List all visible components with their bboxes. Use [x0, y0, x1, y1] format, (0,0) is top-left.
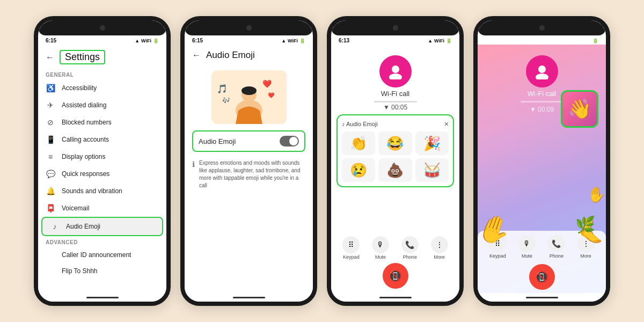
- mute-icon-4: 🎙: [518, 235, 536, 252]
- emoji-panel-close[interactable]: ×: [444, 120, 449, 128]
- emoji-laugh[interactable]: 😂: [378, 131, 412, 155]
- accessibility-icon: ♿: [46, 84, 55, 92]
- description-row: ℹ Express emotions and moods with sounds…: [185, 155, 313, 194]
- audio-emoji-toggle-row[interactable]: Audio Emoji: [192, 130, 305, 152]
- bottom-bar-1: [38, 293, 166, 302]
- audio-emoji-header: ← Audio Emoji: [185, 45, 313, 65]
- camera-4: [539, 25, 545, 31]
- audio-emoji-toggle-label: Audio Emoji: [199, 137, 236, 145]
- settings-item-caller-id[interactable]: Caller ID announcement: [38, 247, 166, 263]
- home-indicator-3: [379, 297, 412, 298]
- emoji-party[interactable]: 🎉: [415, 131, 449, 155]
- mute-button-4[interactable]: 🎙 Mute: [518, 235, 536, 259]
- camera-1: [100, 25, 105, 31]
- emoji-cry[interactable]: 😢: [342, 158, 375, 182]
- more-button-3[interactable]: ⋮ More: [431, 236, 448, 260]
- camera-3: [393, 25, 398, 31]
- phone-button-4[interactable]: 📞 Phone: [548, 235, 565, 259]
- end-call-area-4: 📵: [478, 260, 606, 293]
- call-screen-3: Wi-Fi call ▼ 00:05 ♪ Audio Emoji × 👏 😂 🎉…: [331, 45, 459, 293]
- flip-shhh-label: Flip To Shhh: [62, 267, 98, 275]
- svg-text:🎵: 🎵: [217, 84, 228, 94]
- svg-text:❤️: ❤️: [268, 92, 275, 99]
- settings-item-audio-emoji[interactable]: ♪ Audio Emoji: [41, 217, 163, 236]
- settings-item-quick-responses[interactable]: 💬 Quick responses: [38, 165, 166, 182]
- settings-item-calling-accounts[interactable]: 📱 Calling accounts: [38, 131, 166, 148]
- mute-label-4: Mute: [522, 253, 532, 259]
- status-icons-4: ▲ WiFi 🔋: [574, 38, 598, 43]
- caller-avatar-3: [379, 55, 412, 87]
- emoji-panel-header: ♪ Audio Emoji ×: [342, 120, 449, 128]
- quick-icon: 💬: [46, 170, 55, 178]
- phone-1: 6:15 ▲ WiFi 🔋 ← Settings GENERAL ♿ Acces…: [34, 16, 171, 306]
- accessibility-label: Accessibility: [62, 84, 97, 92]
- emoji-panel: ♪ Audio Emoji × 👏 😂 🎉 😢 💩 🥁: [336, 114, 454, 187]
- duration-bar-4: [521, 101, 564, 103]
- bottom-bar-4: [478, 293, 606, 302]
- notch-3: [331, 20, 459, 35]
- more-icon-3: ⋮: [431, 236, 448, 253]
- status-bar-1: 6:15 ▲ WiFi 🔋: [38, 35, 166, 45]
- notch-4: [478, 20, 606, 35]
- call-controls-4: ⠿ Keypad 🎙 Mute 📞 Phone ⋮ More: [478, 231, 606, 260]
- phone-label-3: Phone: [403, 254, 417, 260]
- voicemail-label: Voicemail: [62, 204, 89, 212]
- emoji-drum[interactable]: 🥁: [415, 158, 449, 182]
- mute-icon-3: 🎙: [372, 236, 389, 253]
- phone-3: 6:13 ▲ WiFi 🔋 Wi-Fi call ▼ 00:05 ♪ Audio…: [327, 16, 464, 306]
- time-4: 6:13: [485, 38, 496, 43]
- mute-button-3[interactable]: 🎙 Mute: [372, 236, 389, 260]
- hand-right-top: ✋: [587, 186, 606, 203]
- home-indicator-2: [233, 297, 265, 298]
- settings-item-sounds[interactable]: 🔔 Sounds and vibration: [38, 182, 166, 200]
- audio-emoji-toggle[interactable]: [280, 136, 299, 147]
- svg-point-8: [392, 65, 399, 73]
- keypad-label-3: Keypad: [343, 254, 360, 260]
- settings-item-voicemail[interactable]: 📮 Voicemail: [38, 200, 166, 217]
- emoji-poop[interactable]: 💩: [378, 158, 412, 182]
- settings-item-accessibility[interactable]: ♿ Accessibility: [38, 79, 166, 97]
- status-icons-1: ▲ WiFi 🔋: [135, 38, 159, 43]
- more-icon-4: ⋮: [577, 235, 595, 252]
- display-icon: ≡: [46, 152, 55, 161]
- description-text: Express emotions and moods with sounds l…: [199, 159, 305, 189]
- back-button-2[interactable]: ←: [192, 50, 201, 60]
- keypad-button-4[interactable]: ⠿ Keypad: [489, 235, 506, 259]
- audio-emoji-nav-label: Audio Emoji: [66, 223, 100, 230]
- more-button-4[interactable]: ⋮ More: [577, 235, 595, 259]
- illustration-image: ❤️ ❤️ 🎵 🎶: [211, 70, 287, 124]
- status-icons-2: ▲ WiFi 🔋: [281, 38, 305, 43]
- blocked-numbers-label: Blocked numbers: [62, 119, 112, 126]
- phone-label-4: Phone: [550, 253, 564, 259]
- assisted-dialing-icon: ✈: [46, 101, 55, 109]
- settings-item-blocked-numbers[interactable]: ⊘ Blocked numbers: [38, 114, 166, 131]
- call-duration-3: ▼ 00:05: [383, 104, 407, 111]
- sounds-label: Sounds and vibration: [62, 187, 122, 195]
- caller-name-3: Wi-Fi call: [381, 90, 409, 98]
- info-icon: ℹ: [192, 160, 195, 169]
- svg-text:🎶: 🎶: [222, 96, 230, 104]
- end-call-button-4[interactable]: 📵: [529, 264, 555, 290]
- advanced-section-label: ADVANCED: [38, 236, 166, 247]
- phone-button-3[interactable]: 📞 Phone: [401, 236, 419, 260]
- svg-point-3: [241, 86, 257, 95]
- phone-icon-4: 📞: [548, 235, 565, 252]
- settings-item-display-options[interactable]: ≡ Display options: [38, 148, 166, 165]
- end-call-button-3[interactable]: 📵: [383, 263, 408, 289]
- camera-2: [246, 25, 252, 31]
- emoji-grid: 👏 😂 🎉 😢 💩 🥁: [342, 131, 449, 182]
- back-button-1[interactable]: ←: [46, 53, 54, 62]
- sounds-icon: 🔔: [46, 187, 55, 195]
- keypad-button-3[interactable]: ⠿ Keypad: [342, 236, 360, 260]
- caller-name-4: Wi-Fi call: [528, 90, 556, 98]
- settings-item-assisted-dialing[interactable]: ✈ Assisted dialing: [38, 97, 166, 114]
- caller-avatar-4: [526, 55, 558, 87]
- status-bar-4: 6:13 ▲ WiFi 🔋: [478, 35, 606, 45]
- phone-settings: 6:15 ▲ WiFi 🔋 ← Settings GENERAL ♿ Acces…: [34, 16, 171, 306]
- keypad-icon-3: ⠿: [342, 236, 360, 253]
- audio-emoji-settings-screen: ← Audio Emoji ❤️: [185, 45, 313, 293]
- call-duration-4: ▼ 00:09: [530, 106, 554, 113]
- emoji-clap[interactable]: 👏: [342, 131, 375, 155]
- more-label-4: More: [580, 253, 591, 259]
- settings-item-flip-shhh[interactable]: Flip To Shhh: [38, 263, 166, 279]
